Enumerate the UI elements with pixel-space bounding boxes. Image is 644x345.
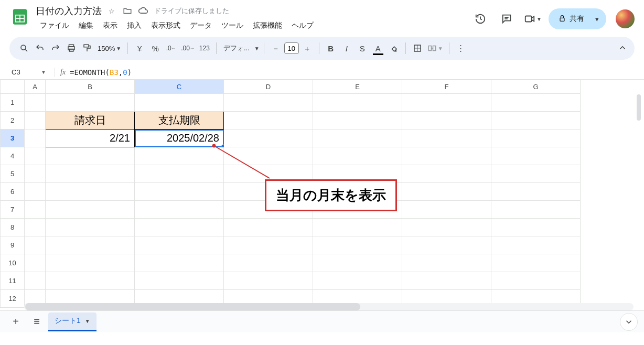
increase-decimal-icon[interactable]: .00→ — [179, 41, 196, 56]
col-header-D[interactable]: D — [224, 80, 313, 94]
menu-edit[interactable]: 編集 — [74, 19, 98, 33]
svg-rect-18 — [433, 46, 435, 51]
menu-tools[interactable]: ツール — [217, 19, 248, 33]
font-size-input[interactable] — [284, 42, 299, 54]
select-all-corner[interactable] — [1, 80, 25, 94]
menu-insert[interactable]: 挿入 — [123, 19, 146, 33]
row-header[interactable]: 12 — [1, 290, 25, 308]
undo-icon[interactable] — [33, 41, 47, 56]
add-sheet-button[interactable]: + — [6, 312, 25, 331]
cell-C3[interactable]: 2025/02/28 — [135, 130, 224, 147]
fx-icon: fx — [60, 68, 66, 77]
italic-icon[interactable]: I — [339, 41, 354, 56]
svg-rect-13 — [84, 45, 89, 47]
separator — [127, 42, 128, 54]
row-header[interactable]: 5 — [1, 165, 25, 183]
print-icon[interactable] — [64, 41, 79, 56]
borders-icon[interactable] — [410, 41, 425, 56]
doc-title[interactable]: 日付の入力方法 — [36, 5, 102, 17]
col-header-G[interactable]: G — [491, 80, 581, 94]
column-headers: A B C D E F G — [1, 80, 581, 94]
save-status: ドライブに保存しました — [154, 6, 229, 16]
separator — [319, 42, 319, 54]
cell-B2[interactable]: 請求日 — [46, 112, 135, 130]
sheet-tab-active[interactable]: シート1 ▼ — [48, 312, 96, 331]
row-header[interactable]: 3 — [1, 130, 25, 147]
svg-rect-6 — [525, 16, 532, 22]
comments-icon[interactable] — [496, 8, 517, 29]
bold-icon[interactable]: B — [324, 41, 338, 56]
formula-bar: C3 ▼ fx =EOMONTH(B3,0) — [0, 65, 644, 80]
text-color-icon[interactable]: A — [371, 41, 385, 56]
svg-rect-17 — [428, 46, 431, 51]
account-avatar[interactable] — [616, 9, 635, 28]
fill-color-icon[interactable] — [387, 41, 401, 56]
separator — [405, 42, 406, 54]
col-header-E[interactable]: E — [313, 80, 402, 94]
col-header-A[interactable]: A — [25, 80, 46, 94]
row-header[interactable]: 11 — [1, 272, 25, 290]
all-sheets-button[interactable]: ≡ — [27, 312, 46, 331]
redo-icon[interactable] — [48, 41, 63, 56]
separator — [264, 42, 264, 54]
col-header-B[interactable]: B — [46, 80, 135, 94]
menu-extensions[interactable]: 拡張機能 — [249, 19, 286, 33]
col-header-F[interactable]: F — [402, 80, 491, 94]
star-icon[interactable]: ☆ — [106, 5, 117, 17]
col-header-C[interactable]: C — [135, 80, 224, 94]
name-box[interactable]: C3 ▼ — [6, 68, 49, 76]
separator — [216, 42, 217, 54]
spreadsheet-grid[interactable]: A B C D E F G 1 2 請求日 支払期限 3 2/21 — [0, 80, 644, 310]
row-header[interactable]: 7 — [1, 201, 25, 219]
row-header[interactable]: 1 — [1, 94, 25, 112]
move-icon[interactable] — [122, 5, 133, 17]
explore-button[interactable] — [620, 313, 638, 331]
chevron-down-icon: ▼ — [41, 69, 46, 75]
formula-input[interactable]: =EOMONTH(B3,0) — [70, 68, 132, 77]
chevron-down-icon[interactable]: ▼ — [254, 46, 260, 51]
font-size-decrease[interactable]: − — [269, 41, 283, 56]
row-header[interactable]: 8 — [1, 219, 25, 236]
paint-format-icon[interactable] — [80, 41, 94, 56]
history-icon[interactable] — [470, 8, 491, 29]
row-header[interactable]: 2 — [1, 112, 25, 130]
app-header: 日付の入力方法 ☆ ドライブに保存しました ファイル 編集 表示 挿入 表示形式… — [0, 0, 644, 34]
cell-B3[interactable]: 2/21 — [46, 130, 135, 147]
menu-view[interactable]: 表示 — [99, 19, 122, 33]
collapse-toolbar-icon[interactable] — [618, 43, 627, 54]
font-size-increase[interactable]: + — [300, 41, 315, 56]
currency-yen-icon[interactable]: ¥ — [132, 41, 147, 56]
share-dropdown-icon[interactable]: ▾ — [589, 12, 604, 26]
decrease-decimal-icon[interactable]: .0← — [164, 41, 178, 56]
vertical-scrollbar[interactable] — [637, 94, 642, 302]
chevron-down-icon[interactable]: ▼ — [85, 318, 90, 324]
row-header[interactable]: 4 — [1, 147, 25, 165]
cell-C2[interactable]: 支払期限 — [135, 112, 224, 130]
meet-icon[interactable]: ▼ — [522, 8, 543, 29]
merge-cells-icon[interactable]: ▼ — [426, 41, 445, 56]
share-button[interactable]: 共有 ▾ — [549, 8, 606, 29]
search-icon[interactable] — [17, 41, 31, 56]
percent-icon[interactable]: % — [148, 41, 163, 56]
share-label: 共有 — [570, 14, 584, 24]
lock-icon — [558, 14, 566, 24]
row-header[interactable]: 6 — [1, 183, 25, 201]
font-select[interactable]: デフォ... — [221, 41, 252, 56]
menu-data[interactable]: データ — [186, 19, 216, 33]
row-header[interactable]: 10 — [1, 254, 25, 272]
menu-file[interactable]: ファイル — [36, 19, 73, 33]
more-formats-icon[interactable]: 123 — [197, 41, 212, 56]
sheets-logo[interactable] — [9, 6, 30, 27]
svg-rect-7 — [560, 18, 564, 21]
toolbar: 150%▼ ¥ % .0← .00→ 123 デフォ... ▼ − + B I … — [9, 37, 635, 60]
horizontal-scrollbar[interactable] — [24, 303, 634, 310]
row-header[interactable]: 9 — [1, 236, 25, 254]
more-tools-icon[interactable]: ⋮ — [454, 41, 468, 56]
sheet-tabs-bar: + ≡ シート1 ▼ — [0, 310, 644, 332]
menu-help[interactable]: ヘルプ — [287, 19, 318, 33]
separator — [449, 42, 449, 54]
cloud-status-icon[interactable] — [137, 5, 149, 17]
menu-format[interactable]: 表示形式 — [147, 19, 185, 33]
zoom-select[interactable]: 150%▼ — [95, 41, 123, 56]
strikethrough-icon[interactable]: S — [355, 41, 370, 56]
